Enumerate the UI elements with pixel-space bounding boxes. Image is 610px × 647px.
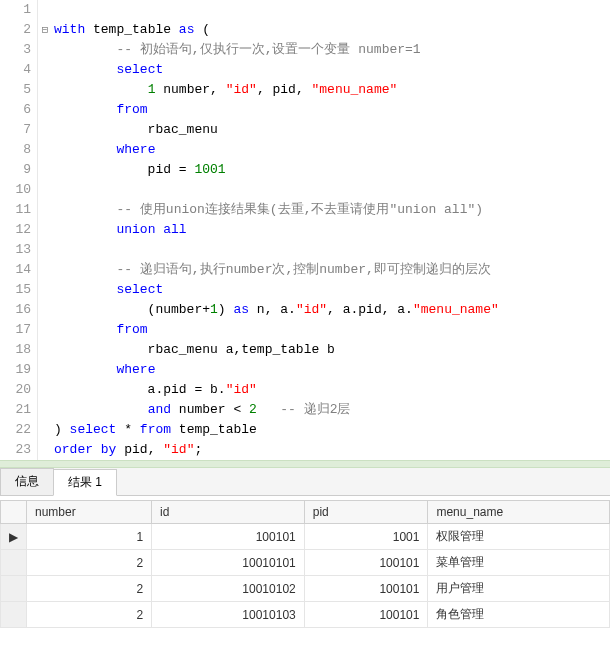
code-line[interactable]: with temp_table as (	[54, 20, 610, 40]
line-number: 22	[0, 420, 31, 440]
cell-number[interactable]: 2	[27, 576, 152, 602]
row-marker	[1, 602, 27, 628]
fold-marker	[38, 420, 52, 440]
line-number: 18	[0, 340, 31, 360]
fold-marker	[38, 260, 52, 280]
line-number: 20	[0, 380, 31, 400]
line-number: 12	[0, 220, 31, 240]
fold-column: ⊟	[38, 0, 52, 460]
row-marker	[1, 576, 27, 602]
cell-id[interactable]: 10010101	[152, 550, 305, 576]
fold-marker[interactable]: ⊟	[38, 20, 52, 40]
code-line[interactable]: select	[54, 280, 610, 300]
cell-menu-name[interactable]: 权限管理	[428, 524, 610, 550]
line-number: 13	[0, 240, 31, 260]
code-line[interactable]: (number+1) as n, a."id", a.pid, a."menu_…	[54, 300, 610, 320]
cell-number[interactable]: 2	[27, 602, 152, 628]
line-number: 11	[0, 200, 31, 220]
code-line[interactable]: -- 使用union连接结果集(去重,不去重请使用"union all")	[54, 200, 610, 220]
code-line[interactable]: from	[54, 100, 610, 120]
code-area[interactable]: with temp_table as ( -- 初始语句,仅执行一次,设置一个变…	[52, 0, 610, 460]
line-number: 9	[0, 160, 31, 180]
panel-divider	[0, 460, 610, 468]
line-number: 23	[0, 440, 31, 460]
row-selector-header	[1, 501, 27, 524]
cell-number[interactable]: 2	[27, 550, 152, 576]
results-grid-wrap: number id pid menu_name ▶11001011001权限管理…	[0, 500, 610, 628]
line-number: 4	[0, 60, 31, 80]
header-row: number id pid menu_name	[1, 501, 610, 524]
fold-marker	[38, 200, 52, 220]
col-header-menu-name[interactable]: menu_name	[428, 501, 610, 524]
table-row[interactable]: 210010101100101菜单管理	[1, 550, 610, 576]
cell-id[interactable]: 100101	[152, 524, 305, 550]
cell-id[interactable]: 10010102	[152, 576, 305, 602]
code-editor[interactable]: 1234567891011121314151617181920212223 ⊟ …	[0, 0, 610, 460]
code-line[interactable]: -- 初始语句,仅执行一次,设置一个变量 number=1	[54, 40, 610, 60]
cell-pid[interactable]: 1001	[304, 524, 428, 550]
fold-marker	[38, 140, 52, 160]
row-marker	[1, 550, 27, 576]
code-line[interactable]: where	[54, 360, 610, 380]
fold-marker	[38, 240, 52, 260]
code-line[interactable]: rbac_menu a,temp_table b	[54, 340, 610, 360]
cell-id[interactable]: 10010103	[152, 602, 305, 628]
code-line[interactable]: ) select * from temp_table	[54, 420, 610, 440]
fold-marker	[38, 100, 52, 120]
line-number: 16	[0, 300, 31, 320]
line-number: 3	[0, 40, 31, 60]
fold-marker	[38, 320, 52, 340]
line-number: 8	[0, 140, 31, 160]
cell-menu-name[interactable]: 用户管理	[428, 576, 610, 602]
tab-result-1[interactable]: 结果 1	[53, 469, 117, 496]
line-number: 6	[0, 100, 31, 120]
col-header-number[interactable]: number	[27, 501, 152, 524]
fold-marker	[38, 180, 52, 200]
fold-marker	[38, 60, 52, 80]
table-row[interactable]: ▶11001011001权限管理	[1, 524, 610, 550]
fold-marker	[38, 0, 52, 20]
fold-marker	[38, 400, 52, 420]
code-line[interactable]: 1 number, "id", pid, "menu_name"	[54, 80, 610, 100]
line-number: 19	[0, 360, 31, 380]
fold-marker	[38, 340, 52, 360]
code-line[interactable]: from	[54, 320, 610, 340]
code-line[interactable]: pid = 1001	[54, 160, 610, 180]
code-line[interactable]: union all	[54, 220, 610, 240]
cell-number[interactable]: 1	[27, 524, 152, 550]
cell-menu-name[interactable]: 角色管理	[428, 602, 610, 628]
cell-pid[interactable]: 100101	[304, 576, 428, 602]
line-number: 10	[0, 180, 31, 200]
code-line[interactable]: select	[54, 60, 610, 80]
line-number: 5	[0, 80, 31, 100]
cell-pid[interactable]: 100101	[304, 602, 428, 628]
code-line[interactable]	[54, 180, 610, 200]
code-line[interactable]: order by pid, "id";	[54, 440, 610, 460]
fold-marker	[38, 120, 52, 140]
col-header-pid[interactable]: pid	[304, 501, 428, 524]
line-number-gutter: 1234567891011121314151617181920212223	[0, 0, 38, 460]
cell-pid[interactable]: 100101	[304, 550, 428, 576]
line-number: 15	[0, 280, 31, 300]
results-grid[interactable]: number id pid menu_name ▶11001011001权限管理…	[0, 500, 610, 628]
code-line[interactable]	[54, 240, 610, 260]
tab-info[interactable]: 信息	[0, 468, 54, 495]
line-number: 21	[0, 400, 31, 420]
fold-marker	[38, 220, 52, 240]
code-line[interactable]: -- 递归语句,执行number次,控制number,即可控制递归的层次	[54, 260, 610, 280]
code-line[interactable]: where	[54, 140, 610, 160]
fold-marker	[38, 160, 52, 180]
cell-menu-name[interactable]: 菜单管理	[428, 550, 610, 576]
fold-marker	[38, 280, 52, 300]
code-line[interactable]: rbac_menu	[54, 120, 610, 140]
row-marker: ▶	[1, 524, 27, 550]
code-line[interactable]: and number < 2 -- 递归2层	[54, 400, 610, 420]
line-number: 14	[0, 260, 31, 280]
fold-marker	[38, 360, 52, 380]
code-line[interactable]: a.pid = b."id"	[54, 380, 610, 400]
col-header-id[interactable]: id	[152, 501, 305, 524]
table-row[interactable]: 210010103100101角色管理	[1, 602, 610, 628]
code-line[interactable]	[54, 0, 610, 20]
line-number: 2	[0, 20, 31, 40]
table-row[interactable]: 210010102100101用户管理	[1, 576, 610, 602]
